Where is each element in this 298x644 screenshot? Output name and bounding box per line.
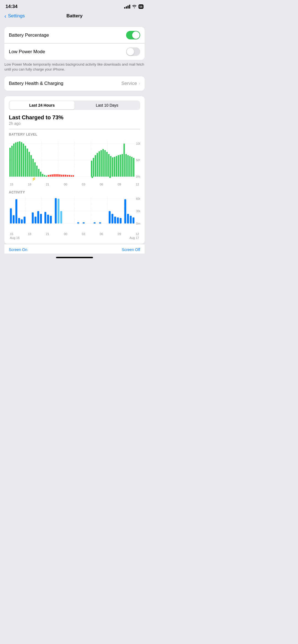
svg-rect-90 xyxy=(34,217,36,223)
battery-x-labels: 15 18 21 00 03 06 09 12 xyxy=(9,183,140,186)
battery-percentage-toggle[interactable] xyxy=(126,31,140,39)
battery-percentage-row: Battery Percentage xyxy=(4,27,145,43)
battery-chart-area: ⚡ 100% 50% 0% xyxy=(9,138,140,182)
svg-text:100%: 100% xyxy=(136,142,140,145)
screen-on-tab[interactable]: Screen On xyxy=(9,247,27,252)
charge-info: Last Charged to 73% 2h ago xyxy=(9,114,140,126)
svg-rect-37 xyxy=(61,175,62,177)
svg-rect-25 xyxy=(38,169,39,177)
nav-bar: ‹ Settings Battery xyxy=(0,12,149,21)
tab-24h[interactable]: Last 24 Hours xyxy=(9,101,74,109)
signal-icon xyxy=(124,5,130,9)
svg-rect-102 xyxy=(99,222,101,223)
toggle-thumb xyxy=(132,31,140,39)
svg-rect-66 xyxy=(133,158,134,177)
svg-rect-38 xyxy=(63,175,64,177)
tab-10d[interactable]: Last 10 Days xyxy=(74,101,140,109)
battery-health-label: Battery Health & Charging xyxy=(9,81,63,86)
svg-rect-52 xyxy=(106,152,108,177)
svg-rect-22 xyxy=(32,159,34,177)
chevron-right-icon: › xyxy=(139,81,140,86)
svg-rect-26 xyxy=(40,172,41,177)
svg-rect-32 xyxy=(52,174,53,177)
status-time: 14:34 xyxy=(6,4,17,9)
svg-rect-27 xyxy=(42,174,43,177)
activity-chart: 60m 30m 0m xyxy=(9,196,140,232)
svg-rect-21 xyxy=(30,155,32,177)
back-button[interactable]: ‹ Settings xyxy=(4,13,25,19)
svg-rect-28 xyxy=(44,175,45,177)
svg-rect-98 xyxy=(60,211,62,223)
chart-divider xyxy=(9,129,140,129)
toggle-thumb-off xyxy=(127,48,134,55)
svg-rect-33 xyxy=(54,174,55,177)
svg-rect-100 xyxy=(83,222,85,223)
svg-rect-104 xyxy=(111,214,113,223)
svg-text:60m: 60m xyxy=(136,197,140,200)
svg-rect-35 xyxy=(57,174,59,177)
svg-rect-89 xyxy=(32,212,34,223)
low-power-mode-row: Low Power Mode xyxy=(4,43,145,60)
chart-card: Last 24 Hours Last 10 Days Last Charged … xyxy=(4,96,145,244)
svg-rect-13 xyxy=(15,142,17,177)
svg-rect-57 xyxy=(116,156,117,177)
svg-rect-88 xyxy=(24,217,26,223)
svg-rect-20 xyxy=(28,152,30,177)
svg-rect-56 xyxy=(114,157,115,177)
svg-rect-85 xyxy=(15,199,17,223)
battery-health-row[interactable]: Battery Health & Charging Service › xyxy=(4,76,145,91)
svg-rect-55 xyxy=(112,157,113,177)
svg-rect-63 xyxy=(127,155,129,177)
svg-rect-91 xyxy=(37,211,39,223)
svg-rect-60 xyxy=(122,154,123,177)
svg-rect-48 xyxy=(99,151,100,177)
wifi-icon xyxy=(132,4,137,9)
svg-rect-29 xyxy=(46,176,47,177)
svg-rect-106 xyxy=(117,217,119,223)
svg-rect-36 xyxy=(59,174,60,177)
status-bar: 14:34 56 xyxy=(0,0,149,12)
charge-sub: 2h ago xyxy=(9,121,140,126)
svg-rect-17 xyxy=(23,144,24,177)
svg-point-68 xyxy=(91,176,93,178)
low-power-mode-toggle[interactable] xyxy=(126,47,140,56)
svg-rect-16 xyxy=(21,142,22,177)
battery-health-card[interactable]: Battery Health & Charging Service › xyxy=(4,76,145,91)
svg-rect-39 xyxy=(65,175,66,177)
svg-rect-49 xyxy=(100,150,102,177)
svg-rect-65 xyxy=(131,157,132,177)
svg-rect-44 xyxy=(91,161,92,177)
svg-rect-107 xyxy=(120,218,122,223)
svg-rect-110 xyxy=(130,216,132,223)
date-aug17: Aug 17 xyxy=(129,236,139,239)
svg-rect-59 xyxy=(120,155,121,177)
bottom-tabs: Screen On Screen Off xyxy=(4,244,145,254)
svg-rect-86 xyxy=(18,218,20,223)
svg-rect-111 xyxy=(132,217,134,223)
svg-rect-31 xyxy=(50,175,51,177)
battery-level-chart: ⚡ 100% 50% 0% xyxy=(9,138,140,182)
svg-rect-42 xyxy=(71,175,72,177)
battery-level-label: BATTERY LEVEL xyxy=(9,133,140,136)
screen-off-tab[interactable]: Screen Off xyxy=(122,247,140,252)
battery-health-status: Service xyxy=(121,81,137,86)
svg-rect-103 xyxy=(109,211,111,223)
svg-rect-54 xyxy=(110,156,111,177)
svg-rect-46 xyxy=(95,155,96,177)
svg-text:⚡: ⚡ xyxy=(31,177,36,181)
svg-rect-12 xyxy=(13,144,15,177)
activity-chart-area: 60m 30m 0m xyxy=(9,196,140,232)
low-power-mode-label: Low Power Mode xyxy=(9,49,45,55)
svg-rect-87 xyxy=(21,219,23,223)
svg-rect-96 xyxy=(55,198,57,223)
svg-rect-40 xyxy=(67,175,68,177)
svg-rect-94 xyxy=(47,215,49,223)
status-icons: 56 xyxy=(124,4,143,9)
time-range-toggle[interactable]: Last 24 Hours Last 10 Days xyxy=(9,101,140,110)
svg-rect-58 xyxy=(118,155,119,177)
svg-rect-97 xyxy=(58,199,60,223)
svg-rect-62 xyxy=(125,154,127,177)
svg-rect-50 xyxy=(102,149,104,177)
svg-point-69 xyxy=(109,176,111,178)
svg-rect-34 xyxy=(55,174,57,177)
